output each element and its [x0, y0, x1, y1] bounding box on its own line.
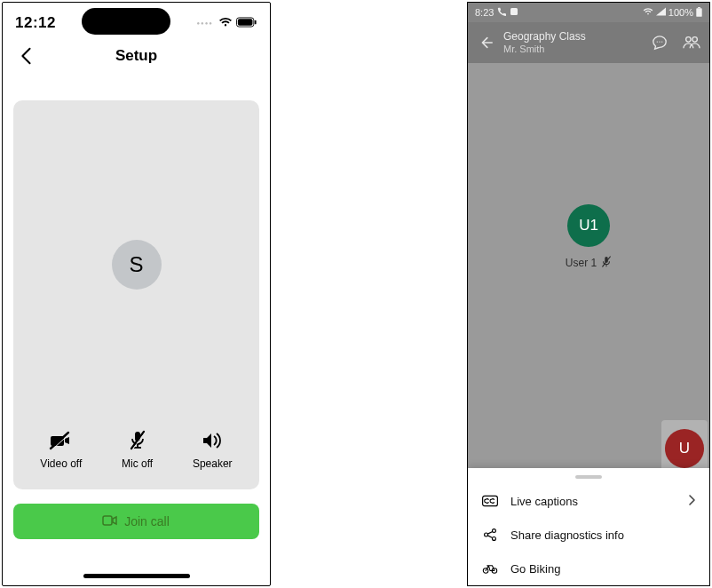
- join-call-label: Join call: [124, 514, 170, 528]
- sheet-item-share-diagnostics[interactable]: Share diagnostics info: [468, 518, 709, 552]
- svg-rect-9: [103, 516, 112, 525]
- arrow-left-icon: [478, 35, 494, 51]
- svg-point-13: [657, 41, 658, 42]
- chevron-left-icon: [20, 47, 32, 65]
- participants-button[interactable]: [681, 32, 702, 53]
- sheet-handle[interactable]: [575, 475, 602, 479]
- conversation-title: Geography Class: [503, 31, 638, 43]
- video-off-icon: [50, 429, 73, 452]
- svg-point-16: [686, 37, 691, 42]
- sheet-item-label: Share diagnostics info: [510, 528, 624, 542]
- svg-point-15: [661, 41, 662, 42]
- people-icon: [683, 35, 700, 51]
- svg-rect-12: [696, 8, 701, 17]
- signal-icon: [656, 7, 666, 18]
- svg-rect-2: [255, 20, 257, 25]
- audio-output-label: Speaker: [193, 457, 233, 470]
- svg-rect-1: [238, 19, 253, 25]
- svg-line-24: [487, 531, 492, 534]
- chat-button[interactable]: [649, 32, 670, 53]
- svg-point-21: [485, 533, 488, 536]
- video-toggle-label: Video off: [40, 457, 82, 470]
- audio-output-toggle[interactable]: Speaker: [193, 429, 233, 470]
- status-time: 12:12: [15, 14, 56, 32]
- svg-point-14: [659, 41, 660, 42]
- preview-center: S: [13, 100, 259, 429]
- dynamic-island: [82, 8, 170, 35]
- cellular-dots-icon: ●●●●: [196, 20, 213, 26]
- share-icon: [482, 527, 498, 543]
- svg-rect-11: [698, 7, 700, 8]
- svg-line-25: [487, 536, 492, 538]
- sheet-item-label: Go Biking: [510, 562, 560, 576]
- bike-icon: [482, 560, 498, 576]
- ios-phone-frame: 12:12 ●●●● Setup S Video of: [2, 2, 271, 586]
- call-controls: Video off Mic off Speaker: [13, 429, 259, 489]
- battery-percent: 100%: [668, 7, 693, 18]
- mic-toggle[interactable]: Mic off: [122, 429, 153, 470]
- conversation-titles[interactable]: Geography Class Mr. Smith: [503, 31, 638, 53]
- call-area: U1 User 1 U: [468, 63, 709, 468]
- remote-participant-name: User 1: [566, 257, 597, 269]
- video-toggle[interactable]: Video off: [40, 429, 82, 470]
- android-phone-frame: 8:23 100% Geography Class: [467, 2, 710, 586]
- android-status-bar: 8:23 100%: [468, 3, 709, 22]
- mic-off-icon: [126, 429, 149, 452]
- setup-header: Setup: [3, 38, 270, 74]
- avatar: S: [112, 240, 162, 290]
- join-call-button[interactable]: Join call: [13, 504, 259, 539]
- mic-muted-icon: [601, 256, 612, 271]
- phone-icon: [497, 7, 506, 18]
- svg-point-23: [492, 536, 495, 540]
- status-time: 8:23: [475, 7, 494, 18]
- video-call-icon: [103, 514, 117, 528]
- sheet-item-label: Live captions: [510, 495, 578, 508]
- battery-icon: [236, 15, 257, 31]
- svg-point-17: [692, 37, 697, 42]
- status-right-icons: ●●●●: [196, 15, 257, 31]
- battery-icon: [696, 7, 702, 19]
- wifi-icon: [643, 7, 653, 18]
- chat-icon: [652, 35, 668, 51]
- back-button[interactable]: [475, 35, 496, 51]
- conversation-header: Geography Class Mr. Smith: [468, 22, 709, 63]
- back-button[interactable]: [13, 44, 38, 68]
- bottom-sheet: Live captions Share diagnostics info Go …: [468, 468, 709, 585]
- home-indicator[interactable]: [83, 574, 190, 578]
- mic-toggle-label: Mic off: [122, 457, 153, 470]
- speaker-icon: [201, 429, 224, 452]
- video-preview: S Video off Mic off Speaker: [13, 100, 259, 489]
- remote-participant-row: User 1: [566, 256, 612, 271]
- cc-icon: [482, 493, 498, 509]
- sheet-item-live-captions[interactable]: Live captions: [468, 484, 709, 518]
- conversation-subtitle: Mr. Smith: [503, 44, 638, 54]
- notification-icon: [510, 7, 518, 18]
- page-title: Setup: [115, 47, 157, 65]
- self-avatar[interactable]: U: [665, 429, 704, 468]
- svg-point-22: [492, 529, 495, 533]
- sheet-item-go-biking[interactable]: Go Biking: [468, 552, 709, 585]
- wifi-icon: [218, 15, 233, 31]
- chevron-right-icon: [688, 495, 695, 508]
- svg-rect-10: [510, 8, 518, 15]
- remote-participant-avatar[interactable]: U1: [567, 204, 610, 247]
- ios-status-bar: 12:12 ●●●●: [3, 3, 270, 38]
